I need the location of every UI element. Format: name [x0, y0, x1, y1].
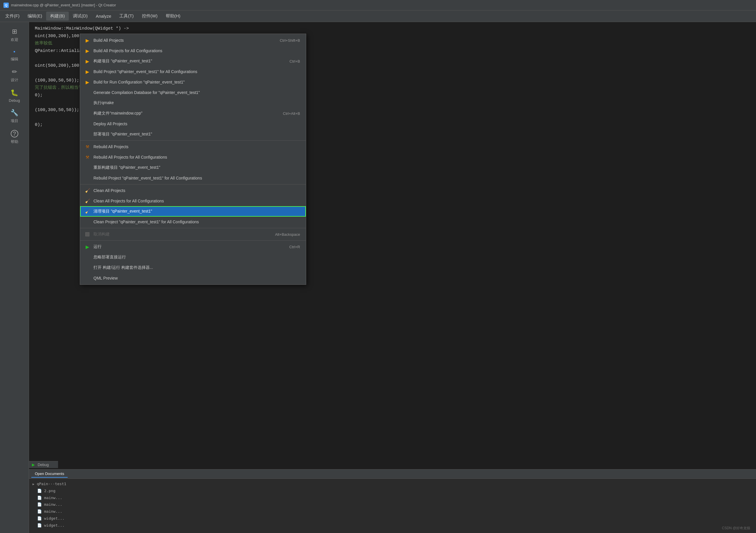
menu-item-build-project-configs[interactable]: ▶ Build Project "qPainter_event_test1" f…	[80, 66, 306, 77]
code-line-1: MainWindow::MainWindow(QWidget *) ->	[35, 25, 750, 33]
item-label-clean-all-configs: Clean All Projects for All Configuration…	[94, 199, 300, 203]
menu-analyze[interactable]: Analyze	[92, 12, 115, 20]
no-icon-11	[84, 265, 91, 271]
menu-item-clean-project-configs[interactable]: Clean Project "qPainter_event_test1" for…	[80, 216, 306, 227]
menu-edit[interactable]: 编辑(E)	[23, 12, 46, 21]
separator-4	[80, 241, 306, 241]
menu-build[interactable]: 构建(B)	[46, 12, 69, 21]
welcome-icon: ⊞	[12, 28, 17, 36]
build-icon-4: ▶	[84, 68, 91, 75]
menu-item-rebuild-all[interactable]: ⚒ Rebuild All Projects	[80, 141, 306, 152]
menu-item-run-qmake[interactable]: 执行qmake	[80, 98, 306, 108]
build-icon: ▶	[84, 37, 91, 43]
sidebar-label-debug: Debug	[9, 98, 20, 103]
clean-icon-2: 🧹	[84, 198, 91, 204]
menu-help[interactable]: 帮助(H)	[162, 12, 185, 21]
menu-tools[interactable]: 工具(T)	[115, 12, 138, 21]
no-icon-10	[84, 254, 91, 260]
title-bar: Q mainwindow.cpp @ qPainter_event_test1 …	[0, 0, 756, 11]
menu-item-rebuild-project-configs[interactable]: Rebuild Project "qPainter_event_test1" f…	[80, 173, 306, 183]
sidebar-item-welcome[interactable]: ⊞ 欢迎	[3, 25, 26, 45]
no-icon-6	[84, 165, 91, 171]
sidebar-item-help[interactable]: ? 帮助	[3, 127, 26, 147]
sidebar-label-help: 帮助	[11, 139, 18, 144]
rebuild-icon-1: ⚒	[84, 143, 91, 150]
menu-item-build-all[interactable]: ▶ Build All Projects Ctrl+Shift+B	[80, 35, 306, 45]
build-dropdown-menu: ▶ Build All Projects Ctrl+Shift+B ▶ Buil…	[80, 34, 306, 285]
item-label-rebuild-project: 重新构建项目 "qPainter_event_test1"	[94, 165, 300, 170]
file-item-label-1: qPain···test1	[37, 481, 67, 487]
menu-item-build-project[interactable]: ▶ 构建项目 "qPainter_event_test1" Ctrl+B	[80, 56, 306, 66]
file-icon-5: 📄	[37, 516, 42, 522]
menu-item-open-build-run[interactable]: 打开 构建/运行 构建套件选择器...	[80, 263, 306, 273]
menu-item-deploy-all[interactable]: Deploy All Projects	[80, 118, 306, 129]
item-label-rebuild-all-configs: Rebuild All Projects for All Configurati…	[94, 155, 300, 160]
menu-item-run-without-deploy[interactable]: 忽略部署直接运行	[80, 252, 306, 263]
menu-item-run[interactable]: ▶ 运行 Ctrl+R	[80, 241, 306, 252]
tab-label-open-documents: Open Documents	[35, 471, 64, 476]
no-icon-9	[84, 231, 91, 238]
item-label-build-project: 构建项目 "qPainter_event_test1"	[94, 59, 278, 64]
menu-item-rebuild-all-configs[interactable]: ⚒ Rebuild All Projects for All Configura…	[80, 152, 306, 163]
sidebar-label-project: 项目	[11, 118, 18, 123]
menu-widget[interactable]: 控件(W)	[138, 12, 162, 21]
sidebar-label-welcome: 欢迎	[11, 37, 18, 42]
sidebar-item-debug[interactable]: 🐛 Debug	[3, 86, 26, 105]
menu-debug[interactable]: 调试(D)	[69, 12, 92, 21]
bottom-item-5[interactable]: 📄 mainw...	[33, 509, 752, 515]
sidebar-item-project[interactable]: 🔧 项目	[3, 106, 26, 126]
item-label-deploy-project: 部署项目 "qPainter_event_test1"	[94, 132, 300, 137]
file-item-label-2: 2.png	[44, 488, 55, 494]
no-icon-7	[84, 175, 91, 181]
item-label-qml-preview: QML Preview	[94, 276, 300, 280]
no-icon-12	[84, 275, 91, 281]
build-icon-3: ▶	[84, 58, 91, 64]
separator-3	[80, 228, 306, 228]
item-label-run-without-deploy: 忽略部署直接运行	[94, 255, 300, 260]
menu-item-clean-all[interactable]: 🧹 Clean All Projects	[80, 185, 306, 196]
no-icon-3	[84, 110, 91, 116]
bottom-item-6[interactable]: 📄 widget...	[33, 516, 752, 522]
run-bottom-icon: ▶	[32, 463, 35, 467]
item-label-run: 运行	[94, 244, 278, 249]
item-label-clean-project: 清理项目 "qPainter_event_test1"	[94, 209, 300, 214]
menu-item-gen-compile-db[interactable]: Generate Compilation Database for "qPain…	[80, 87, 306, 98]
clean-icon-1: 🧹	[84, 187, 91, 194]
menu-item-build-all-configs[interactable]: ▶ Build All Projects for All Configurati…	[80, 45, 306, 56]
tab-open-documents[interactable]: Open Documents	[31, 470, 68, 478]
no-icon-1	[84, 89, 91, 96]
bottom-item-4[interactable]: 📄 mainw...	[33, 502, 752, 508]
menu-item-rebuild-project[interactable]: 重新构建项目 "qPainter_event_test1"	[80, 163, 306, 173]
item-label-build-all: Build All Projects	[94, 38, 268, 43]
item-label-build-all-configs: Build All Projects for All Configuration…	[94, 48, 288, 53]
file-icon-3: 📄	[37, 502, 42, 508]
bottom-item-1[interactable]: ▶ qPain···test1	[33, 481, 752, 487]
menu-item-build-run-config[interactable]: ▶ Build for Run Configuration "qPainter_…	[80, 77, 306, 87]
file-item-label-3: mainw...	[44, 495, 62, 501]
bottom-tab-bar: Open Documents	[29, 470, 756, 479]
shortcut-build-all: Ctrl+Shift+B	[280, 38, 300, 43]
sidebar-item-design[interactable]: ✏ 设计	[3, 65, 26, 85]
bottom-item-2[interactable]: 📄 2.png	[33, 488, 752, 494]
app-icon: Q	[4, 3, 9, 8]
menu-item-clean-all-configs[interactable]: 🧹 Clean All Projects for All Configurati…	[80, 196, 306, 206]
item-label-build-run-config: Build for Run Configuration "qPainter_ev…	[94, 80, 288, 84]
no-icon-5	[84, 131, 91, 138]
menu-item-build-file[interactable]: 构建文件"mainwindow.cpp" Ctrl+Alt+B	[80, 108, 306, 118]
project-icon: 🔧	[11, 109, 18, 116]
bottom-item-7[interactable]: 📄 widget...	[33, 522, 752, 529]
menu-item-cancel-build: 取消构建 Alt+Backspace	[80, 229, 306, 240]
debug-label[interactable]: ▶ Debug	[29, 461, 58, 468]
bottom-item-3[interactable]: 📄 mainw...	[33, 495, 752, 501]
menu-item-deploy-project[interactable]: 部署项目 "qPainter_event_test1"	[80, 129, 306, 140]
run-icon: ▶	[84, 243, 91, 250]
menu-item-clean-project[interactable]: 🧹 清理项目 "qPainter_event_test1"	[80, 206, 306, 216]
menu-file[interactable]: 文件(F)	[1, 12, 23, 21]
sidebar-label-design: 设计	[11, 77, 18, 83]
item-label-build-project-configs: Build Project "qPainter_event_test1" for…	[94, 69, 288, 74]
sidebar-item-edit[interactable]: ▪ 编辑	[3, 46, 26, 64]
item-label-deploy-all: Deploy All Projects	[94, 121, 300, 126]
menu-item-qml-preview[interactable]: QML Preview	[80, 273, 306, 283]
item-label-rebuild-all: Rebuild All Projects	[94, 144, 300, 149]
debug-icon: 🐛	[11, 89, 18, 97]
